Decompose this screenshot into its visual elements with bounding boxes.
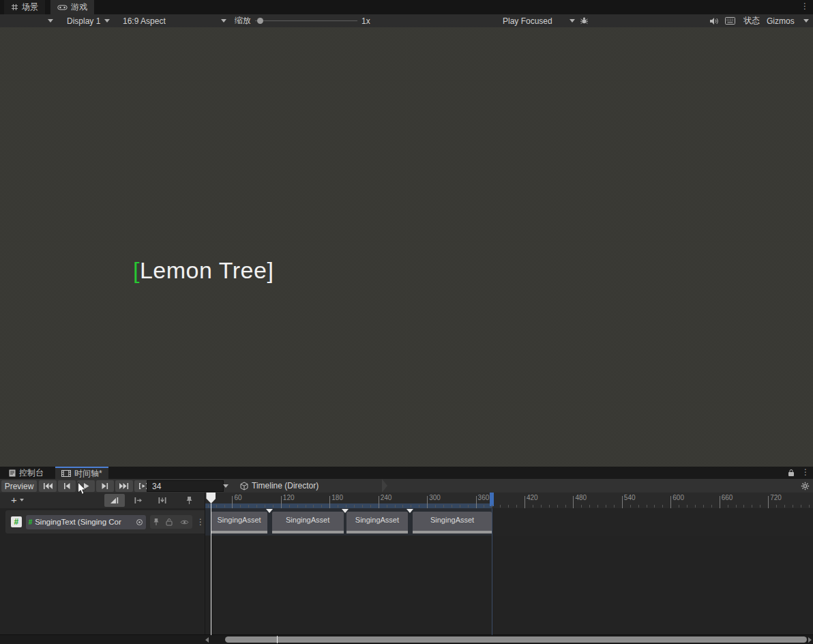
zoom-slider-track[interactable] <box>255 20 357 21</box>
preview-toggle-button[interactable]: Preview <box>1 480 37 492</box>
timeline-toolbar: Preview Timeline (Director) <box>0 479 813 493</box>
timeline-clip[interactable]: SingingAsset <box>346 512 407 533</box>
script-icon: # <box>11 516 22 527</box>
track-clip-lane[interactable]: SingingAssetSingingAssetSingingAssetSing… <box>205 508 813 536</box>
current-frame-input[interactable] <box>147 480 224 492</box>
scrollbar-thumb[interactable] <box>225 636 807 643</box>
ruler-minor-tick <box>362 505 363 508</box>
ruler-minor-tick <box>452 505 452 508</box>
ruler-minor-tick <box>597 505 598 508</box>
ruler-tick-label: 60 <box>234 494 241 501</box>
timeline-duration-end-marker[interactable] <box>490 493 494 506</box>
display-dropdown-label: Display 1 <box>67 16 100 26</box>
timeline-clip[interactable]: SingingAsset <box>413 512 492 533</box>
horizontal-scrollbar[interactable] <box>0 634 813 644</box>
pin-icon[interactable] <box>153 518 159 526</box>
replace-mode-button[interactable] <box>152 494 173 507</box>
ruler-minor-tick <box>679 505 679 508</box>
playhead-marker[interactable] <box>206 493 216 503</box>
stats-toggle[interactable]: 状态 <box>743 14 760 27</box>
previous-frame-button[interactable] <box>58 480 76 492</box>
clip-ease-marker-icon[interactable] <box>342 509 349 513</box>
lock-icon[interactable] <box>788 469 795 477</box>
timeline-clip[interactable]: SingingAsset <box>211 512 267 533</box>
zoom-slider-knob[interactable] <box>257 18 263 24</box>
eye-icon[interactable] <box>180 519 189 525</box>
add-track-button[interactable]: + <box>11 495 24 505</box>
ruler-minor-tick <box>703 505 704 508</box>
ruler-minor-tick <box>695 505 696 508</box>
display-target-dropdown[interactable] <box>0 14 60 27</box>
ruler-minor-tick <box>208 505 209 508</box>
ripple-mode-button[interactable] <box>128 494 149 507</box>
timeline-ruler[interactable]: 60120180240300360420480540600660720 <box>205 493 813 508</box>
tab-scene[interactable]: 场景 <box>4 0 45 14</box>
skip-end-icon <box>119 482 130 490</box>
ruler-minor-tick <box>500 505 501 508</box>
play-focused-dropdown[interactable]: Play Focused <box>503 14 575 27</box>
unity-editor-window: 场景 游戏 ⋮ Display 1 16:9 Aspect 缩放 <box>0 0 813 644</box>
keyboard-toggle-button[interactable] <box>725 14 735 27</box>
window-menu-icon[interactable]: ⋮ <box>801 2 809 10</box>
skip-start-icon <box>42 482 53 490</box>
ruler-minor-tick <box>411 505 411 508</box>
clip-ease-marker-icon[interactable] <box>406 509 413 513</box>
ruler-minor-tick <box>338 505 338 508</box>
ruler-minor-tick <box>273 505 274 508</box>
timeline-settings-button[interactable] <box>801 482 810 491</box>
ruler-minor-tick <box>492 505 492 508</box>
object-picker-icon[interactable] <box>136 518 143 526</box>
ruler-minor-tick <box>541 505 542 508</box>
game-view-toolbar: Display 1 16:9 Aspect 缩放 1x Play Focused <box>0 14 813 28</box>
playhead-line[interactable] <box>211 503 211 635</box>
track-binding-field[interactable]: # SingingText (Singing Cor <box>26 515 146 529</box>
frame-unit-dropdown-icon[interactable] <box>223 484 228 488</box>
tab-console[interactable]: 控制台 <box>3 467 50 479</box>
ruler-major-tick <box>670 496 671 508</box>
tab-timeline[interactable]: 时间轴* <box>55 467 108 479</box>
ruler-minor-tick <box>468 505 469 508</box>
clip-label: SingingAsset <box>413 516 492 524</box>
gizmos-dropdown[interactable]: Gizmos <box>767 14 809 27</box>
ruler-minor-tick <box>297 505 298 508</box>
timeline-clip[interactable]: SingingAsset <box>272 512 344 533</box>
previous-frame-icon <box>62 482 72 490</box>
track-header[interactable]: # # SingingText (Singing Cor ⋮ <box>5 510 205 533</box>
display-dropdown[interactable]: Display 1 <box>67 14 110 27</box>
ruler-major-tick <box>329 496 330 508</box>
unlock-icon[interactable] <box>166 518 173 526</box>
ruler-minor-tick <box>248 505 249 508</box>
timeline-empty-area[interactable] <box>0 536 813 634</box>
gear-icon <box>801 482 810 491</box>
script-mini-icon: # <box>29 518 33 526</box>
ruler-minor-tick <box>460 505 460 508</box>
scroll-right-icon[interactable] <box>808 637 812 643</box>
debug-button[interactable] <box>580 14 589 27</box>
mix-mode-icon <box>110 497 119 504</box>
ruler-minor-tick <box>752 505 752 508</box>
ruler-minor-tick <box>395 505 396 508</box>
plus-icon: + <box>11 495 17 505</box>
zoom-slider[interactable] <box>255 14 357 27</box>
ruler-minor-tick <box>313 505 314 508</box>
ruler-major-tick <box>281 496 282 508</box>
track-menu-icon[interactable]: ⋮ <box>196 518 205 526</box>
mute-audio-button[interactable] <box>709 14 719 27</box>
scroll-left-icon[interactable] <box>205 637 209 643</box>
goto-start-button[interactable] <box>39 480 57 492</box>
grid-icon <box>11 3 18 11</box>
panel-menu-icon[interactable]: ⋮ <box>801 468 810 476</box>
clip-ease-marker-icon[interactable] <box>266 509 273 513</box>
ruler-minor-tick <box>728 505 728 508</box>
clip-label: SingingAsset <box>272 516 344 524</box>
ruler-minor-tick <box>760 505 760 508</box>
ruler-minor-tick <box>289 505 290 508</box>
next-frame-button[interactable] <box>96 480 114 492</box>
breadcrumb[interactable]: Timeline (Director) <box>240 479 319 493</box>
mix-mode-button[interactable] <box>104 494 125 507</box>
marker-toggle-button[interactable] <box>179 494 199 507</box>
goto-end-button[interactable] <box>115 480 133 492</box>
aspect-dropdown[interactable]: 16:9 Aspect <box>123 14 226 27</box>
ruler-tick-label: 360 <box>478 494 490 501</box>
tab-game[interactable]: 游戏 <box>50 0 94 14</box>
